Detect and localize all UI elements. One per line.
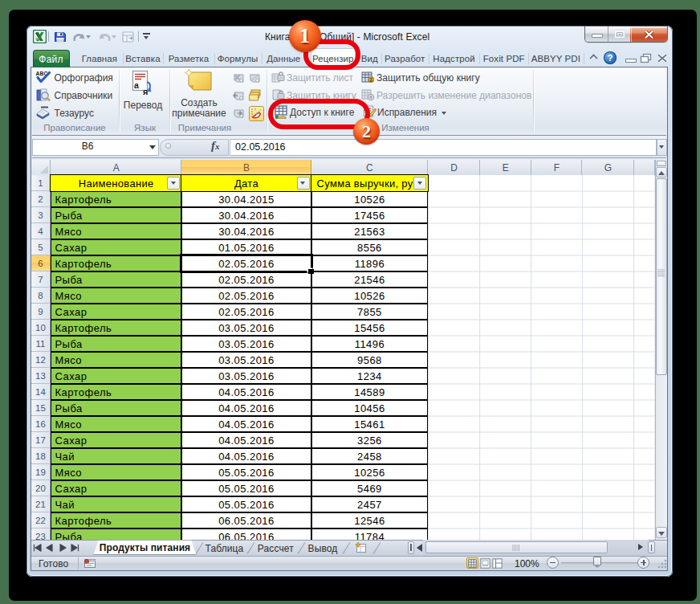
svg-text:а: а: [134, 80, 139, 90]
